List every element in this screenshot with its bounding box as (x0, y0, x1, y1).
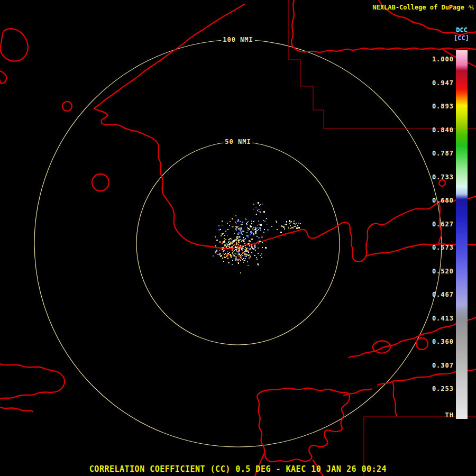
radar-echo-pixel (289, 220, 290, 222)
radar-echo-pixel (222, 242, 223, 243)
radar-echo-pixel (248, 251, 249, 252)
radar-echo-pixel (238, 228, 240, 230)
radar-echo-pixel (224, 235, 225, 236)
radar-echo-pixel (255, 207, 257, 208)
radar-echo-pixel (237, 236, 239, 237)
radar-echo-pixel (253, 233, 254, 234)
radar-echo-pixel (288, 227, 289, 228)
radar-echo-pixel (237, 219, 239, 221)
radar-echo-pixel (243, 237, 244, 238)
radar-echo-pixel (280, 232, 282, 233)
radar-echo-pixel (240, 248, 241, 249)
radar-echo-pixel (232, 253, 233, 254)
radar-echo-pixel (253, 230, 254, 231)
radar-echo-pixel (228, 262, 230, 263)
radar-echo-pixel (298, 223, 299, 224)
radar-echo-pixel (253, 221, 254, 222)
range-ring-label: 50 NMI (223, 138, 252, 145)
radar-echo-pixel (259, 205, 260, 206)
radar-echo-pixel (244, 243, 245, 244)
radar-echo-pixel (237, 254, 239, 255)
radar-echo-pixel (227, 255, 228, 256)
colorbar-label: 1.000 (432, 55, 454, 63)
radar-echo-pixel (237, 221, 239, 222)
radar-echo-pixel (215, 236, 216, 237)
radar-echo-pixel (223, 261, 224, 262)
coastline-path (0, 407, 33, 411)
radar-echo-pixel (257, 259, 258, 260)
radar-echo-pixel (241, 248, 242, 249)
radar-echo-pixel (232, 260, 233, 261)
radar-echo-pixel (232, 241, 233, 242)
radar-echo-pixel (233, 248, 234, 249)
radar-echo-pixel (239, 259, 240, 260)
radar-echo-pixel (253, 204, 254, 205)
radar-echo-pixel (263, 220, 264, 221)
radar-echo-pixel (241, 258, 242, 259)
radar-echo-pixel (248, 243, 249, 244)
radar-echo-pixel (271, 226, 272, 227)
radar-echo-pixel (235, 249, 236, 250)
radar-echo-pixel (247, 222, 248, 223)
radar-echo-pixel (238, 263, 239, 264)
radar-echo-pixel (235, 246, 236, 248)
colorbar-label: 0.733 (432, 173, 454, 181)
radar-echo-pixel (245, 245, 246, 246)
radar-echo-pixel (219, 254, 221, 255)
colorbar-label: 0.627 (432, 220, 454, 228)
radar-echo-pixel (246, 236, 248, 237)
radar-echo-pixel (251, 245, 252, 246)
radar-echo-pixel (233, 255, 234, 257)
radar-echo-pixel (248, 265, 249, 266)
radar-echo-pixel (249, 229, 250, 230)
coastline-path (392, 382, 397, 416)
radar-echo-pixel (233, 240, 235, 242)
radar-echo-pixel (222, 221, 223, 222)
radar-echo-pixel (249, 257, 250, 258)
radar-echo-pixel (249, 254, 250, 255)
radar-echo-pixel (236, 227, 237, 228)
radar-echo-pixel (262, 204, 263, 205)
coastline-path (0, 364, 65, 399)
radar-echo-pixel (239, 253, 240, 255)
radar-echo-pixel (236, 250, 237, 251)
radar-echo-pixel (253, 227, 254, 228)
radar-echo-pixel (219, 253, 221, 254)
radar-echo-pixel (258, 248, 259, 249)
radar-echo-pixel (241, 227, 242, 228)
radar-echo-pixel (254, 245, 255, 246)
radar-echo-pixel (233, 254, 234, 255)
radar-echo-pixel (236, 257, 237, 258)
radar-echo-pixel (234, 255, 235, 256)
radar-echo-pixel (234, 244, 235, 245)
radar-echo-pixel (257, 227, 258, 228)
radar-echo-pixel (248, 235, 249, 236)
radar-echo-pixel (222, 258, 223, 259)
radar-echo-pixel (248, 248, 249, 249)
radar-echo-pixel (228, 239, 229, 240)
radar-echo-pixel (223, 233, 224, 234)
radar-echo-pixel (238, 239, 239, 240)
radar-echo-pixel (258, 243, 259, 244)
radar-echo-pixel (240, 227, 241, 228)
radar-map-canvas (0, 0, 476, 476)
radar-echo-pixel (227, 229, 228, 230)
colorbar-label: 0.573 (432, 243, 454, 252)
radar-echo-pixel (242, 255, 243, 256)
radar-echo-pixel (237, 249, 238, 250)
radar-echo-pixel (251, 223, 252, 224)
radar-echo-pixel (255, 250, 256, 251)
radar-echo-pixel (227, 251, 228, 252)
radar-echo-pixel (235, 222, 236, 223)
colorbar-label: 0.787 (432, 149, 454, 158)
coastline-path (344, 389, 372, 396)
radar-echo-pixel (234, 233, 235, 234)
radar-echo-pixel (251, 239, 253, 240)
colorbar (456, 50, 468, 419)
radar-echo-pixel (228, 245, 230, 246)
radar-echo-pixel (236, 249, 237, 250)
radar-echo-pixel (248, 221, 249, 222)
radar-echo-pixel (230, 241, 231, 242)
radar-echo-pixel (267, 229, 269, 231)
radar-echo-pixel (258, 237, 260, 239)
